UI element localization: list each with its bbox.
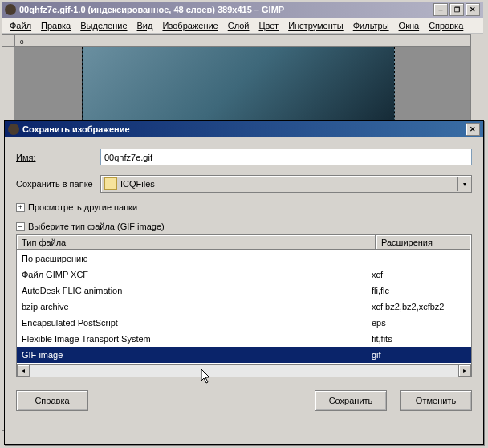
- menu-layer[interactable]: Слой: [223, 19, 254, 32]
- file-type-ext: fli,flc: [372, 286, 466, 295]
- file-type-row[interactable]: Encapsulated PostScripteps: [17, 315, 471, 331]
- dialog-close-button[interactable]: [466, 123, 480, 136]
- file-type-ext: [372, 254, 466, 263]
- file-type-header: Тип файла Расширения: [17, 235, 471, 250]
- menu-help[interactable]: Справка: [424, 19, 468, 32]
- dialog-title: Сохранить изображение: [22, 124, 466, 134]
- file-type-row[interactable]: bzip archivexcf.bz2,bz2,xcfbz2: [17, 299, 471, 315]
- menu-windows[interactable]: Окна: [394, 19, 425, 32]
- plus-icon: +: [16, 203, 25, 212]
- help-button[interactable]: Справка: [16, 390, 88, 411]
- col-ext-header[interactable]: Расширения: [376, 235, 471, 250]
- file-type-row[interactable]: GIF imagegif: [17, 347, 471, 363]
- menu-color[interactable]: Цвет: [254, 19, 283, 32]
- menu-filters[interactable]: Фильтры: [348, 19, 394, 32]
- folder-icon: [104, 177, 117, 190]
- scroll-track[interactable]: [30, 365, 458, 377]
- file-type-name: Flexible Image Transport System: [22, 334, 372, 344]
- dialog-body: Имя: Сохранить в папке ICQFiles + Просмо…: [5, 137, 483, 419]
- menu-file[interactable]: Файл: [5, 19, 36, 32]
- scroll-left-icon[interactable]: ◂: [17, 365, 30, 377]
- folder-row: Сохранить в папке ICQFiles: [16, 175, 472, 193]
- file-type-row[interactable]: AutoDesk FLIC animationfli,flc: [17, 283, 471, 299]
- gimp-titlebar[interactable]: 00qhfz7e.gif-1.0 (индексированное, 48 сл…: [2, 2, 483, 18]
- browse-other-expander[interactable]: + Просмотреть другие папки: [16, 202, 472, 212]
- file-type-ext: eps: [372, 318, 466, 328]
- maximize-button[interactable]: [449, 3, 464, 16]
- gimp-menubar: Файл Правка Выделение Вид Изображение Сл…: [2, 18, 483, 34]
- choose-type-label: Выберите тип файла (GIF image): [28, 222, 165, 231]
- folder-label: Сохранить в папке: [16, 179, 100, 189]
- menu-edit[interactable]: Правка: [36, 19, 75, 32]
- dialog-app-icon: [8, 124, 19, 135]
- cancel-button[interactable]: Отменить: [400, 390, 472, 411]
- dialog-button-row: Справка Сохранить Отменить: [16, 377, 472, 411]
- menu-view[interactable]: Вид: [132, 19, 158, 32]
- folder-combo[interactable]: ICQFiles: [100, 175, 472, 193]
- folder-value: ICQFiles: [120, 179, 458, 189]
- ruler-horizontal[interactable]: 0: [14, 34, 470, 47]
- ruler-corner: [2, 34, 14, 47]
- file-type-ext: xcf: [372, 270, 466, 279]
- file-type-name: AutoDesk FLIC animation: [22, 286, 372, 295]
- file-type-body[interactable]: По расширениюФайл GIMP XCFxcfAutoDesk FL…: [17, 250, 471, 364]
- file-type-row[interactable]: По расширению: [17, 250, 471, 267]
- close-button[interactable]: [466, 3, 480, 16]
- file-type-table: Тип файла Расширения По расширениюФайл G…: [16, 234, 472, 377]
- dialog-titlebar[interactable]: Сохранить изображение: [5, 121, 483, 137]
- horizontal-scrollbar[interactable]: ◂ ▸: [17, 364, 471, 377]
- minimize-button[interactable]: [433, 3, 448, 16]
- menu-image[interactable]: Изображение: [157, 19, 222, 32]
- file-type-name: bzip archive: [22, 302, 372, 312]
- save-image-dialog: Сохранить изображение Имя: Сохранить в п…: [4, 120, 484, 445]
- menu-tools[interactable]: Инструменты: [283, 19, 348, 32]
- browse-other-label: Просмотреть другие папки: [28, 202, 137, 212]
- menu-select[interactable]: Выделение: [75, 19, 132, 32]
- filename-label: Имя:: [16, 153, 100, 162]
- chevron-down-icon[interactable]: [458, 177, 471, 191]
- file-type-name: GIF image: [22, 350, 372, 360]
- minus-icon: –: [16, 222, 25, 231]
- file-type-name: Файл GIMP XCF: [22, 270, 372, 279]
- file-type-name: Encapsulated PostScript: [22, 318, 372, 328]
- file-type-name: По расширению: [22, 254, 372, 263]
- gimp-title-text: 00qhfz7e.gif-1.0 (индексированное, 48 сл…: [19, 5, 433, 14]
- file-type-ext: gif: [372, 350, 466, 360]
- file-type-row[interactable]: Flexible Image Transport Systemfit,fits: [17, 331, 471, 347]
- file-type-row[interactable]: Файл GIMP XCFxcf: [17, 267, 471, 283]
- choose-type-expander[interactable]: – Выберите тип файла (GIF image): [16, 222, 472, 231]
- gimp-app-icon: [5, 4, 16, 15]
- file-type-ext: xcf.bz2,bz2,xcfbz2: [372, 302, 466, 312]
- filename-row: Имя:: [16, 149, 472, 165]
- col-type-header[interactable]: Тип файла: [17, 235, 376, 250]
- scroll-right-icon[interactable]: ▸: [458, 365, 471, 377]
- filename-input[interactable]: [100, 149, 472, 165]
- file-type-ext: fit,fits: [372, 334, 466, 344]
- save-button[interactable]: Сохранить: [315, 390, 387, 411]
